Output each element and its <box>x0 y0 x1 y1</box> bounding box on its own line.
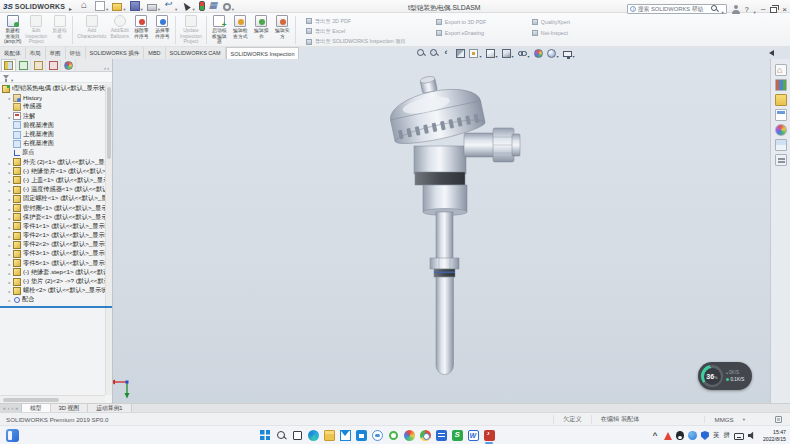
expand-arrow-icon[interactable] <box>6 278 13 285</box>
expand-arrow-icon[interactable] <box>6 94 13 101</box>
select-icon[interactable] <box>180 0 195 14</box>
tab-cam[interactable]: SOLIDWORKS CAM <box>166 47 226 59</box>
expand-arrow-icon[interactable] <box>6 260 13 267</box>
tree-item[interactable]: 密封圈<1> (默认<<默认>_显示状 <box>0 203 105 212</box>
tree-item[interactable]: 固定螺栓<1> (默认<<默认>_显示 <box>0 194 105 203</box>
doc-nav-arrow-icon[interactable]: « <box>3 405 6 411</box>
tree-item[interactable]: 右视基准面 <box>0 139 105 148</box>
net-inspect[interactable]: Net-Inspect <box>532 28 602 37</box>
dimxpertmanager-tab[interactable] <box>46 59 61 71</box>
tree-item[interactable]: 原点 <box>0 148 105 157</box>
store-icon[interactable] <box>354 428 368 442</box>
network-monitor-widget[interactable]: 36 % 0K/S 0.1K/S <box>698 362 752 390</box>
select-balloon-numbers-button[interactable]: 选择零件序号 <box>152 14 173 46</box>
file-explorer-icon[interactable] <box>775 94 787 106</box>
tab-layout[interactable]: 布局 <box>26 47 46 59</box>
tree-vertical-scrollbar[interactable] <box>105 84 112 395</box>
taskbar-clock[interactable]: 15:47 2022/8/15 <box>763 429 786 441</box>
browser-360-icon[interactable] <box>386 428 400 442</box>
expand-arrow-icon[interactable] <box>6 186 13 193</box>
nav-site-icon[interactable] <box>402 428 416 442</box>
save-caret-icon[interactable] <box>141 0 143 14</box>
search-input[interactable]: 搜索 SOLIDWORKS 帮助 <box>627 4 727 14</box>
cloud-drive-icon[interactable] <box>370 428 384 442</box>
mail-icon[interactable] <box>338 428 352 442</box>
add-edit-balloons-button[interactable]: Add/EditBalloons <box>109 14 131 46</box>
launch-template-editor-button[interactable]: 启动模板编辑器 <box>209 14 230 46</box>
screenshot-app-icon[interactable] <box>450 428 464 442</box>
propertymanager-tab[interactable] <box>16 59 31 71</box>
tree-horizontal-scrollbar[interactable] <box>0 395 105 403</box>
search-button[interactable] <box>274 428 288 442</box>
search-icon[interactable] <box>711 5 719 13</box>
tree-item[interactable]: 配合 <box>0 295 105 304</box>
edit-inspection-method-button[interactable]: 编辑检查方式 <box>230 14 251 46</box>
displaymanager-tab[interactable] <box>61 59 76 71</box>
view-palette-icon[interactable] <box>775 109 787 121</box>
tree-item[interactable]: 传感器 <box>0 102 105 111</box>
graphics-tray-icon[interactable] <box>664 432 672 440</box>
solidworks-forum-icon[interactable] <box>775 154 787 166</box>
expand-arrow-icon[interactable] <box>6 195 13 202</box>
language-indicator[interactable]: 英 <box>713 431 720 440</box>
doc-nav-arrow-icon[interactable]: › <box>11 405 13 411</box>
export-edrawing[interactable]: Export eDrawing <box>436 28 522 37</box>
graphics-viewport[interactable]: 36 % 0K/S 0.1K/S <box>113 59 770 403</box>
tree-item[interactable]: (-) 上盖<1> (默认<<默认>_显示状 <box>0 176 105 185</box>
help-caret-icon[interactable] <box>754 1 756 17</box>
edit-method-button[interactable]: 编辑实方 <box>272 14 293 46</box>
widgets-icon[interactable] <box>6 429 19 442</box>
expand-arrow-icon[interactable] <box>6 250 13 257</box>
unit-system-selector[interactable]: MMGS <box>704 416 742 423</box>
search-caret-icon[interactable] <box>721 1 723 17</box>
wps-icon[interactable] <box>466 428 480 442</box>
tree-item[interactable]: 注解 <box>0 112 105 121</box>
appearances-scenes-icon[interactable] <box>775 124 787 136</box>
help-button[interactable]: ? <box>745 6 749 13</box>
login-icon[interactable] <box>732 5 740 14</box>
tree-item[interactable]: 零件2<2> (默认<<默认>_显示状 <box>0 240 105 249</box>
tab-addins[interactable]: SOLIDWORKS 插件 <box>86 47 145 59</box>
remove-balloon-numbers-button[interactable]: 移除零件序号 <box>131 14 152 46</box>
zoom-area-icon[interactable] <box>430 49 439 58</box>
chrome-icon[interactable] <box>418 428 432 442</box>
volume-icon[interactable] <box>748 431 757 440</box>
select-caret-icon[interactable] <box>192 0 194 14</box>
doc-tab-model[interactable]: 模型 <box>22 404 51 412</box>
task-view-button[interactable] <box>290 428 304 442</box>
edit-inspection-project-button[interactable]: EditInspectionProject <box>23 14 49 46</box>
options-grid-icon[interactable] <box>208 1 220 11</box>
tim-icon[interactable] <box>688 431 697 440</box>
settings-gear-caret-icon[interactable] <box>232 0 234 14</box>
menu-flyout-icon[interactable] <box>69 0 72 15</box>
open-file-caret-icon[interactable] <box>123 0 125 14</box>
expand-arrow-icon[interactable] <box>6 232 13 239</box>
tab-sketch[interactable]: 草图 <box>46 47 66 59</box>
new-document-icon[interactable] <box>94 0 109 14</box>
tab-assembly[interactable]: 装配体 <box>0 47 26 59</box>
edge-icon[interactable] <box>306 428 320 442</box>
save-icon[interactable] <box>129 0 144 14</box>
print-caret-icon[interactable] <box>158 0 160 14</box>
new-document-caret-icon[interactable] <box>106 0 108 14</box>
open-file-icon[interactable] <box>111 0 126 14</box>
tree-item[interactable]: History <box>0 93 105 102</box>
expand-arrow-icon[interactable] <box>6 241 13 248</box>
custom-properties-tag-icon[interactable] <box>775 416 782 423</box>
close-button[interactable]: × <box>782 5 787 14</box>
configurationmanager-tab[interactable] <box>31 59 46 71</box>
new-template-button[interactable]: 新建模板 <box>49 14 70 46</box>
edit-appearance-icon[interactable] <box>534 49 543 58</box>
tree-item[interactable]: 零件1<1> (默认<<默认>_显示状态 <box>0 222 105 231</box>
home-icon[interactable] <box>80 1 92 11</box>
expand-arrow-icon[interactable] <box>6 159 13 166</box>
tree-item[interactable]: (-) 垫片 (2)<2> ->? (默认<<默认> <box>0 277 105 286</box>
taskpane-collapse-icon[interactable] <box>769 50 774 56</box>
tree-item[interactable]: (-) 绝缘垫片<1> (默认<<默认>_显 <box>0 167 105 176</box>
doc-tab-motion[interactable]: 运动算例1 <box>88 404 131 412</box>
update-inspection-project-button[interactable]: UpdateInspectionProject <box>178 14 204 46</box>
tab-mbd[interactable]: MBD <box>144 47 165 59</box>
export-2d-pdf[interactable]: 导出至 2D PDF <box>306 17 426 25</box>
export-inspection-project[interactable]: 导出至 SOLIDWORKS Inspection 项目 <box>306 38 426 46</box>
thermocouple-model[interactable] <box>113 59 770 403</box>
